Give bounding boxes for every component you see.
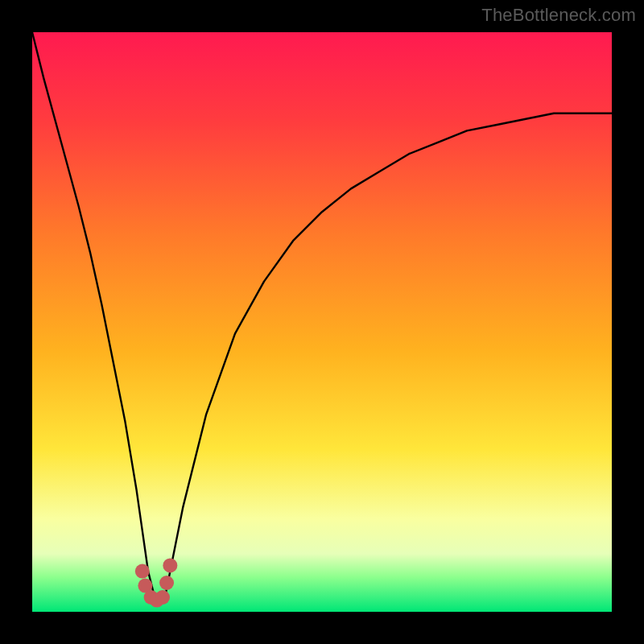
chart-svg <box>32 32 612 612</box>
marker-valley-right-upper <box>163 558 177 572</box>
valley-markers <box>135 558 178 607</box>
marker-valley-left-upper <box>135 564 150 579</box>
plot-area <box>32 32 612 612</box>
outer-frame: TheBottleneck.com <box>0 0 644 644</box>
marker-valley-right-lower <box>159 576 174 590</box>
watermark-text: TheBottleneck.com <box>481 5 636 26</box>
bottleneck-curve-path <box>32 32 612 601</box>
marker-valley-bottom-right <box>155 590 170 605</box>
